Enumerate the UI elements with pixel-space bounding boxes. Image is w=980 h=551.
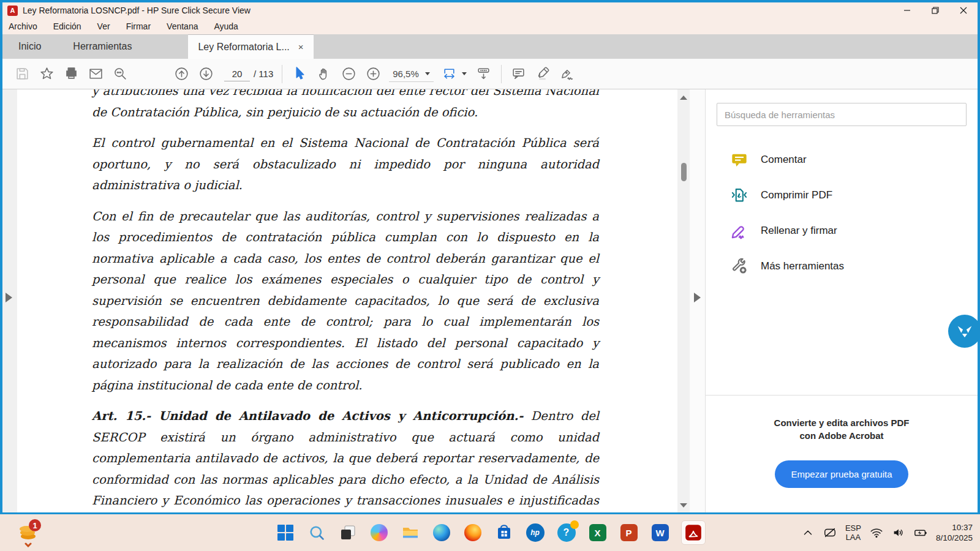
sidebar-item-comprimir-pdf[interactable]: Comprimir PDF [706, 178, 978, 213]
start-trial-button[interactable]: Empezar prueba gratuita [775, 460, 908, 488]
excel-icon[interactable]: X [587, 522, 608, 543]
fill-sign-icon[interactable] [556, 66, 580, 81]
tab-close-icon[interactable]: × [298, 42, 304, 52]
sidebar-item-label: Comprimir PDF [761, 189, 832, 201]
hand-tool-icon[interactable] [312, 66, 336, 81]
paragraph: Art. 15.- Unidad de Antilavado de Activo… [92, 406, 599, 512]
left-panel-toggle-icon[interactable] [6, 293, 12, 302]
window-title: Ley Reformatoria LOSNCP.pdf - HP Sure Cl… [23, 6, 251, 15]
zoom-level: 96,5% [393, 69, 419, 79]
tab-document-label: Ley Reformatoria L... [198, 42, 289, 53]
touchpad-off-icon[interactable] [823, 526, 837, 539]
battery-icon[interactable] [914, 526, 927, 539]
taskbar: 1 hp ? X [0, 514, 980, 551]
word-icon[interactable]: W [650, 522, 671, 543]
zoom-in-icon[interactable] [361, 66, 385, 81]
page-down-icon[interactable] [194, 66, 218, 81]
copilot-icon[interactable] [369, 522, 390, 543]
widgets-button[interactable]: 1 [16, 518, 44, 550]
hp-sure-click-logo[interactable] [948, 315, 980, 348]
desktop: A Ley Reformatoria LOSNCP.pdf - HP Sure … [0, 0, 980, 551]
language-indicator[interactable]: ESP LAA [845, 523, 861, 542]
highlight-icon[interactable] [531, 66, 556, 81]
menu-edicion[interactable]: Edición [53, 21, 81, 31]
main-area: y atribuciones una vez recibida la notif… [2, 89, 978, 512]
right-toggle-strip [690, 89, 706, 512]
acrobat-window: A Ley Reformatoria LOSNCP.pdf - HP Sure … [0, 0, 980, 514]
microsoft-store-icon[interactable] [494, 522, 514, 543]
select-cursor-icon[interactable] [287, 66, 312, 81]
widget-badge: 1 [32, 521, 37, 530]
wifi-icon[interactable] [870, 526, 883, 539]
menu-ver[interactable]: Ver [97, 21, 110, 31]
star-icon[interactable] [34, 66, 59, 81]
hp-support-icon[interactable]: ? [556, 522, 577, 543]
menu-firmar[interactable]: Firmar [126, 21, 151, 31]
tray-date: 8/10/2025 [936, 533, 973, 543]
menubar: Archivo Edición Ver Firmar Ventana Ayuda [2, 18, 978, 34]
hp-icon[interactable]: hp [525, 522, 546, 543]
paragraph: y atribuciones una vez recibida la notif… [92, 89, 599, 123]
print-icon[interactable] [59, 66, 83, 81]
chevron-down-icon [425, 72, 430, 75]
chevron-down-icon[interactable] [462, 72, 467, 75]
sidebar-item-mas-herramientas[interactable]: Más herramientas [706, 249, 978, 284]
scrollbar-thumb[interactable] [681, 163, 687, 181]
acrobat-app-icon: A [7, 6, 18, 16]
document-text: y atribuciones una vez recibida la notif… [92, 89, 599, 512]
search-icon[interactable] [108, 66, 132, 81]
scroll-down-icon[interactable] [680, 503, 687, 508]
tab-inicio[interactable]: Inicio [2, 34, 57, 59]
notification-dot [570, 520, 579, 529]
tab-herramientas[interactable]: Herramientas [57, 34, 148, 59]
compress-pdf-icon [730, 186, 748, 204]
comment-bubble-icon [730, 151, 748, 169]
page-number-input[interactable] [224, 67, 250, 81]
comment-icon[interactable] [507, 66, 531, 81]
sidebar-item-comentar[interactable]: Comentar [706, 142, 978, 178]
fit-width-icon[interactable] [437, 66, 462, 81]
page-up-icon[interactable] [169, 66, 194, 81]
clock[interactable]: 10:37 8/10/2025 [936, 522, 973, 543]
menu-ventana[interactable]: Ventana [167, 21, 198, 31]
save-icon[interactable] [10, 66, 34, 81]
restore-button[interactable] [921, 2, 949, 18]
acrobat-taskbar-icon[interactable] [681, 520, 706, 545]
close-button[interactable] [949, 2, 978, 18]
sidebar-divider [706, 395, 978, 395]
minimize-button[interactable] [893, 2, 921, 18]
email-icon[interactable] [83, 66, 108, 81]
sidebar-item-label: Comentar [761, 154, 807, 166]
sidebar-item-label: Rellenar y firmar [761, 225, 837, 237]
start-button[interactable] [275, 522, 296, 543]
menu-ayuda[interactable]: Ayuda [214, 21, 238, 31]
vertical-scrollbar[interactable] [677, 89, 690, 512]
tray-time: 10:37 [936, 522, 973, 533]
search-input[interactable] [717, 103, 967, 126]
powerpoint-icon[interactable]: P [619, 522, 639, 543]
edge-icon[interactable] [431, 522, 452, 543]
zoom-out-icon[interactable] [336, 66, 361, 81]
zoom-level-control[interactable]: 96,5% [389, 66, 434, 82]
menu-archivo[interactable]: Archivo [9, 21, 37, 31]
sidebar-item-label: Más herramientas [761, 260, 844, 272]
tray-chevron-icon[interactable] [801, 526, 815, 539]
toolbar: / 113 96,5% [2, 59, 978, 89]
titlebar: A Ley Reformatoria LOSNCP.pdf - HP Sure … [2, 2, 978, 18]
taskbar-apps: hp ? X P W [275, 520, 706, 545]
scroll-mode-icon[interactable] [472, 66, 496, 81]
taskbar-search-icon[interactable] [306, 522, 327, 543]
scroll-up-icon[interactable] [680, 96, 687, 100]
tools-sidebar: Comentar Comprimir PDF Rellenar y firmar [706, 89, 978, 512]
tab-document[interactable]: Ley Reformatoria L... × [188, 34, 313, 59]
sidebar-item-rellenar-firmar[interactable]: Rellenar y firmar [706, 213, 978, 249]
task-view-icon[interactable] [337, 522, 358, 543]
right-panel-toggle-icon[interactable] [694, 293, 701, 302]
fill-sign-pen-icon [730, 222, 748, 240]
file-explorer-icon[interactable] [400, 522, 421, 543]
volume-icon[interactable] [892, 526, 905, 539]
firefox-icon[interactable] [462, 522, 483, 543]
pdf-page: y atribuciones una vez recibida la notif… [17, 89, 677, 512]
tool-list: Comentar Comprimir PDF Rellenar y firmar [706, 142, 978, 284]
system-tray: ESP LAA 10:37 8/10/2025 [801, 522, 973, 543]
